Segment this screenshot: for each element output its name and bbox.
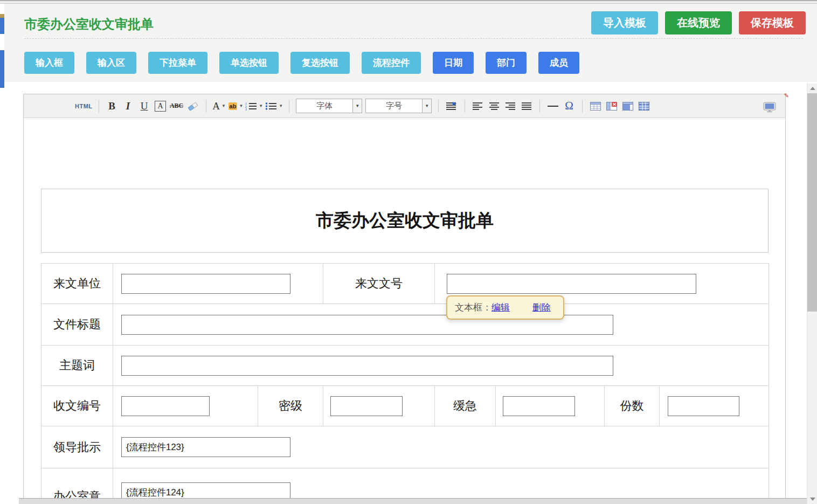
chevron-down-icon: ▼ [259, 103, 263, 108]
monitor-icon [763, 102, 776, 113]
widget-date-button[interactable]: 日期 [433, 52, 474, 74]
scroll-down-button[interactable] [807, 494, 817, 504]
font-color-button[interactable]: A ▼ [212, 98, 226, 114]
widget-toolbar: 输入框 输入区 下拉菜单 单选按钮 复选按钮 流程控件 日期 部门 成员 [24, 52, 579, 74]
leader-comments-input[interactable] [121, 437, 290, 457]
table-row: 收文编号 密级 缓急 份数 [41, 386, 769, 426]
unordered-list-icon [265, 102, 277, 111]
receipt-no-input[interactable] [121, 396, 210, 416]
rich-text-editor: HTML B I U A ABC A ▼ ab ✎ ▼ 1 [23, 94, 786, 504]
font-size-select[interactable]: 字号 ▼ [365, 99, 432, 113]
header-actions: 导入模板 在线预览 保存模板 [591, 11, 806, 34]
urgency-input[interactable] [503, 396, 575, 416]
align-right-button[interactable] [503, 98, 517, 114]
window-top-edge [0, 0, 817, 4]
form-title-cell: 市委办公室收文审批单 [41, 189, 768, 253]
font-family-value: 字体 [296, 99, 352, 113]
save-template-button[interactable]: 保存模板 [739, 11, 806, 34]
align-justify-button[interactable] [520, 98, 534, 114]
sliver-gold-segment [0, 14, 4, 18]
incoming-unit-label: 来文单位 [41, 264, 113, 304]
header-panel: 市委办公室收文审批单 导入模板 在线预览 保存模板 输入框 输入区 下拉菜单 单… [4, 4, 817, 82]
strikethrough-button[interactable]: ABC [170, 98, 184, 114]
editor-canvas[interactable]: 市委办公室收文审批单 来文单位 来文文号 文件标题 主题词 收文 [24, 118, 785, 504]
table-properties-icon [639, 102, 649, 111]
align-left-button[interactable] [471, 98, 485, 114]
unordered-list-button[interactable]: ▼ [265, 98, 283, 114]
ordered-list-button[interactable]: 1 2 3 ▼ [245, 98, 263, 114]
chevron-down-icon: ▼ [352, 99, 362, 113]
background-window-sliver [0, 4, 4, 504]
widget-checkbox-button[interactable]: 复选按钮 [290, 52, 350, 74]
cell-properties-icon [622, 102, 633, 111]
insert-table-button[interactable] [588, 98, 603, 114]
table-icon [590, 102, 601, 111]
align-left-icon [473, 102, 483, 111]
scrollbar-thumb[interactable] [807, 93, 817, 312]
table-row: 主题词 [41, 346, 769, 386]
widget-dropdown-menu-button[interactable]: 下拉菜单 [148, 52, 207, 74]
svg-text:3: 3 [245, 108, 247, 111]
toolbar-separator [99, 100, 99, 113]
indent-button[interactable] [445, 98, 459, 114]
widget-flow-control-button[interactable]: 流程控件 [362, 52, 421, 74]
sliver-blue-segment-bottom [0, 50, 4, 88]
highlight-color-button[interactable]: ab ✎ ▼ [229, 98, 244, 114]
toolbar-separator [465, 100, 465, 113]
fullscreen-button[interactable] [763, 99, 777, 115]
editor-toolbar: HTML B I U A ABC A ▼ ab ✎ ▼ 1 [24, 94, 785, 118]
align-center-button[interactable] [487, 98, 501, 114]
widget-radio-button[interactable]: 单选按钮 [219, 52, 279, 74]
widget-member-button[interactable]: 成员 [538, 52, 579, 74]
form-title: 市委办公室收文审批单 [316, 209, 494, 233]
widget-input-area-button[interactable]: 输入区 [86, 52, 136, 74]
table-row: 来文单位 来文文号 [41, 264, 769, 304]
leader-comments-label: 领导批示 [41, 426, 113, 468]
widget-type-label: 文本框： [455, 301, 491, 314]
edit-link[interactable]: 编辑 [491, 301, 510, 314]
widget-input-box-button[interactable]: 输入框 [24, 52, 74, 74]
delete-link[interactable]: 删除 [532, 301, 551, 314]
chevron-down-icon: ▼ [221, 103, 226, 108]
incoming-unit-input[interactable] [121, 274, 290, 294]
receipt-no-label: 收文编号 [41, 386, 113, 426]
table-properties-button[interactable] [637, 98, 651, 114]
toolbar-separator [582, 100, 583, 113]
align-center-icon [489, 102, 500, 111]
incoming-doc-no-input[interactable] [447, 274, 696, 294]
header-dashed-divider [24, 38, 803, 39]
delete-table-button[interactable] [605, 98, 619, 114]
bold-button[interactable]: B [105, 98, 119, 114]
boxed-a-icon: A [155, 101, 165, 112]
special-char-button[interactable]: Ω [562, 98, 576, 114]
copies-input[interactable] [668, 396, 739, 416]
sliver-blue-segment-top [0, 18, 4, 34]
toolbar-separator [438, 100, 439, 113]
chevron-down-icon: ▼ [239, 103, 243, 108]
remove-format-button[interactable] [186, 98, 200, 114]
online-preview-button[interactable]: 在线预览 [665, 11, 732, 34]
copies-label: 份数 [605, 386, 660, 426]
font-family-select[interactable]: 字体 ▼ [296, 99, 362, 113]
char-border-button[interactable]: A [154, 98, 168, 114]
table-row: 文件标题 [41, 304, 769, 346]
window-bottom-edge [19, 498, 807, 504]
arrow-up-icon [810, 87, 815, 90]
incoming-doc-no-label: 来文文号 [323, 264, 435, 304]
subject-words-input[interactable] [121, 356, 613, 376]
italic-button[interactable]: I [121, 98, 135, 114]
horizontal-rule-button[interactable] [546, 98, 560, 114]
widget-department-button[interactable]: 部门 [486, 52, 527, 74]
font-color-icon: A [212, 100, 220, 112]
align-justify-icon [521, 102, 532, 111]
import-template-button[interactable]: 导入模板 [591, 11, 658, 34]
cell-properties-button[interactable] [621, 98, 635, 114]
scroll-up-button[interactable] [807, 84, 817, 93]
source-code-button[interactable]: HTML [75, 98, 93, 114]
horizontal-rule-icon [548, 106, 558, 107]
secrecy-label: 密级 [258, 386, 323, 426]
doc-title-label: 文件标题 [41, 304, 113, 346]
vertical-scrollbar[interactable] [807, 84, 817, 504]
secrecy-input[interactable] [330, 396, 403, 416]
underline-button[interactable]: U [137, 98, 151, 114]
